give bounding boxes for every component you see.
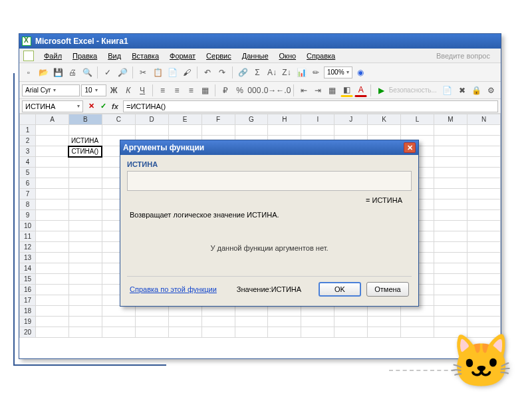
row-header-11[interactable]: 11 bbox=[20, 231, 36, 242]
cell-B15[interactable] bbox=[68, 274, 102, 285]
menu-data[interactable]: Данные bbox=[237, 51, 273, 61]
undo-icon[interactable]: ↶ bbox=[201, 66, 214, 79]
cell-N4[interactable] bbox=[467, 157, 500, 168]
sort-asc-icon[interactable]: A↓ bbox=[265, 66, 279, 79]
cell-M10[interactable] bbox=[434, 221, 467, 231]
row-header-20[interactable]: 20 bbox=[20, 327, 36, 338]
cell-N9[interactable] bbox=[467, 210, 500, 221]
cell-N16[interactable] bbox=[467, 285, 500, 295]
cell-B16[interactable] bbox=[68, 285, 102, 295]
row-header-6[interactable]: 6 bbox=[20, 178, 36, 189]
cell-A20[interactable] bbox=[36, 327, 69, 338]
cell-A3[interactable] bbox=[36, 146, 69, 157]
cell-N5[interactable] bbox=[467, 168, 500, 178]
cell-D18[interactable] bbox=[135, 306, 168, 317]
column-header-K[interactable]: K bbox=[368, 114, 401, 125]
cell-A1[interactable] bbox=[36, 125, 69, 136]
new-icon[interactable]: ▫ bbox=[22, 66, 35, 79]
cell-M15[interactable] bbox=[434, 274, 467, 285]
sort-desc-icon[interactable]: Z↓ bbox=[280, 66, 293, 79]
cell-A7[interactable] bbox=[36, 189, 69, 200]
row-header-19[interactable]: 19 bbox=[20, 317, 36, 327]
row-header-12[interactable]: 12 bbox=[20, 242, 36, 253]
column-header-A[interactable]: A bbox=[36, 114, 69, 125]
cell-M4[interactable] bbox=[434, 157, 467, 168]
cell-N10[interactable] bbox=[467, 221, 500, 231]
select-all-corner[interactable] bbox=[20, 114, 36, 125]
cell-K18[interactable] bbox=[368, 306, 401, 317]
cell-B20[interactable] bbox=[68, 327, 102, 338]
dec-indent-icon[interactable]: ⇤ bbox=[297, 84, 310, 97]
cell-E20[interactable] bbox=[168, 327, 201, 338]
cell-N13[interactable] bbox=[467, 253, 500, 263]
cell-L19[interactable] bbox=[401, 317, 434, 327]
cell-H20[interactable] bbox=[268, 327, 301, 338]
row-header-8[interactable]: 8 bbox=[20, 200, 36, 210]
cell-A17[interactable] bbox=[36, 295, 69, 306]
column-header-F[interactable]: F bbox=[201, 114, 235, 125]
cell-N1[interactable] bbox=[467, 125, 500, 136]
cell-B13[interactable] bbox=[68, 253, 102, 263]
cell-B3[interactable]: СТИНА() bbox=[68, 146, 102, 157]
cell-A8[interactable] bbox=[36, 200, 69, 210]
cell-I19[interactable] bbox=[301, 317, 334, 327]
cell-N17[interactable] bbox=[467, 295, 500, 306]
cell-A5[interactable] bbox=[36, 168, 69, 178]
cell-N11[interactable] bbox=[467, 231, 500, 242]
row-header-3[interactable]: 3 bbox=[20, 146, 36, 157]
align-right-icon[interactable]: ≡ bbox=[185, 84, 198, 97]
enter-formula-icon[interactable]: ✓ bbox=[98, 101, 108, 112]
cell-M8[interactable] bbox=[434, 200, 467, 210]
cell-L18[interactable] bbox=[401, 306, 434, 317]
column-header-L[interactable]: L bbox=[401, 114, 434, 125]
bold-icon[interactable]: Ж bbox=[108, 84, 120, 97]
menu-insert[interactable]: Вставка bbox=[127, 51, 164, 61]
cell-B2[interactable]: ИСТИНА bbox=[68, 136, 102, 146]
cell-M16[interactable] bbox=[434, 285, 467, 295]
cell-F1[interactable] bbox=[201, 125, 235, 136]
cell-G19[interactable] bbox=[235, 317, 268, 327]
menu-tools[interactable]: Сервис bbox=[201, 51, 236, 61]
cell-L1[interactable] bbox=[401, 125, 434, 136]
cell-B7[interactable] bbox=[68, 189, 102, 200]
row-header-4[interactable]: 4 bbox=[20, 157, 36, 168]
cell-B1[interactable] bbox=[68, 125, 102, 136]
fill-color-icon[interactable]: ◧ bbox=[340, 84, 353, 97]
cell-A11[interactable] bbox=[36, 231, 69, 242]
paste-icon[interactable]: 📄 bbox=[166, 66, 179, 79]
menu-format[interactable]: Формат bbox=[165, 51, 200, 61]
align-center-icon[interactable]: ≡ bbox=[170, 84, 183, 97]
row-header-5[interactable]: 5 bbox=[20, 168, 36, 178]
italic-icon[interactable]: К bbox=[122, 84, 134, 97]
cell-C20[interactable] bbox=[102, 327, 135, 338]
inc-decimal-icon[interactable]: .0→ bbox=[262, 84, 275, 97]
cell-G1[interactable] bbox=[235, 125, 268, 136]
cell-D19[interactable] bbox=[135, 317, 168, 327]
format-painter-icon[interactable]: 🖌 bbox=[180, 66, 194, 79]
cell-N2[interactable] bbox=[467, 136, 500, 146]
cell-M5[interactable] bbox=[434, 168, 467, 178]
align-left-icon[interactable]: ≡ bbox=[156, 84, 169, 97]
column-header-B[interactable]: B bbox=[68, 114, 102, 125]
security-label[interactable]: Безопасность... bbox=[389, 86, 437, 94]
cell-G18[interactable] bbox=[235, 306, 268, 317]
help-link[interactable]: Справка по этой функции bbox=[130, 285, 217, 293]
font-name-combo[interactable]: Arial Cyr▾ bbox=[22, 84, 80, 96]
redo-icon[interactable]: ↷ bbox=[215, 66, 229, 79]
fx-icon[interactable]: fx bbox=[110, 101, 120, 112]
spellcheck-icon[interactable]: ✓ bbox=[101, 66, 114, 79]
cell-A16[interactable] bbox=[36, 285, 69, 295]
ok-button[interactable]: OK bbox=[319, 282, 361, 297]
cell-F18[interactable] bbox=[201, 306, 235, 317]
column-header-I[interactable]: I bbox=[301, 114, 334, 125]
cell-M19[interactable] bbox=[434, 317, 467, 327]
cell-N7[interactable] bbox=[467, 189, 500, 200]
cell-A9[interactable] bbox=[36, 210, 69, 221]
row-header-9[interactable]: 9 bbox=[20, 210, 36, 221]
cell-M17[interactable] bbox=[434, 295, 467, 306]
cell-M13[interactable] bbox=[434, 253, 467, 263]
cell-M14[interactable] bbox=[434, 263, 467, 274]
cell-K20[interactable] bbox=[368, 327, 401, 338]
cell-B10[interactable] bbox=[68, 221, 102, 231]
cell-D20[interactable] bbox=[135, 327, 168, 338]
